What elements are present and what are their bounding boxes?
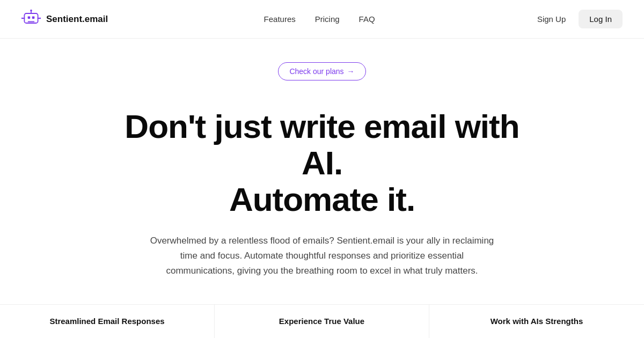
- svg-point-9: [40, 17, 41, 19]
- svg-rect-2: [32, 16, 35, 19]
- nav-link-faq[interactable]: FAQ: [359, 14, 375, 24]
- hero-subtitle: Overwhelmed by a relentless flood of ema…: [145, 233, 499, 278]
- hero-title: Don't just write email with AI. Automate…: [107, 108, 537, 218]
- features-row: Streamlined Email Responses Experience T…: [0, 304, 644, 338]
- badge-text: Check our plans: [289, 67, 343, 76]
- hero-section: Check our plans → Don't just write email…: [0, 39, 644, 300]
- feature-item-2: Experience True Value: [215, 305, 429, 338]
- nav-links: Features Pricing FAQ: [264, 14, 375, 24]
- feature-title-1: Streamlined Email Responses: [49, 317, 164, 326]
- badge-arrow: →: [347, 67, 355, 76]
- nav-link-pricing[interactable]: Pricing: [315, 14, 340, 24]
- check-plans-badge[interactable]: Check our plans →: [278, 62, 365, 80]
- feature-item-1: Streamlined Email Responses: [0, 305, 215, 338]
- svg-point-5: [30, 9, 32, 11]
- nav-link-features[interactable]: Features: [264, 14, 296, 24]
- feature-title-3: Work with AIs Strengths: [491, 317, 583, 326]
- logo-icon: [21, 9, 41, 30]
- login-button[interactable]: Log In: [579, 10, 623, 28]
- signup-button[interactable]: Sign Up: [531, 10, 572, 28]
- brand-name: Sentient.email: [46, 14, 108, 25]
- hero-title-line1: Don't just write email with AI.: [125, 108, 519, 181]
- svg-point-7: [21, 17, 23, 19]
- hero-title-line2: Automate it.: [229, 181, 415, 218]
- svg-rect-1: [28, 16, 31, 19]
- feature-item-3: Work with AIs Strengths: [429, 305, 644, 338]
- brand[interactable]: Sentient.email: [21, 9, 108, 30]
- feature-title-2: Experience True Value: [279, 317, 364, 326]
- navbar: Sentient.email Features Pricing FAQ Sign…: [0, 0, 644, 39]
- navbar-actions: Sign Up Log In: [531, 10, 623, 28]
